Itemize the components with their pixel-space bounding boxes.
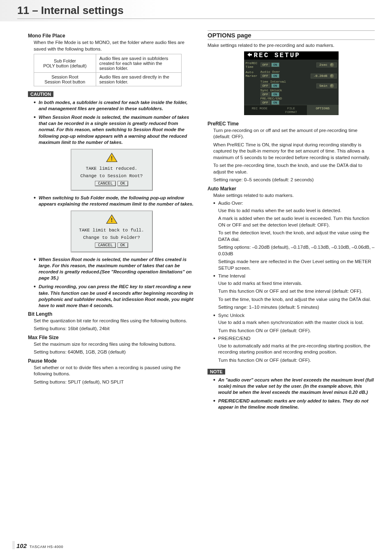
list-item: Audio Over: Use this to add marks when t…: [213, 200, 375, 271]
warning-icon: !: [74, 153, 150, 164]
table-row: Session Root Session Root button Audio f…: [34, 73, 182, 86]
note-item: PRE/REC/END automatic marks are only add…: [213, 398, 375, 410]
time-interval-label: Time Interval: [261, 80, 337, 83]
max-file-size-heading: Max File Size: [28, 335, 195, 340]
on-button[interactable]: ON: [271, 83, 279, 88]
tab-file-format[interactable]: FILE FORMAT: [275, 105, 307, 115]
table-row: Sub Folder POLY button (default) Audio f…: [34, 54, 182, 73]
item-label: Audio Over:: [218, 201, 243, 206]
list-item: Time Interval Use to add marks at fixed …: [213, 273, 375, 311]
list-item: PRE/REC/END Use to automatically add mar…: [213, 335, 375, 363]
popup-line1: TAKE limit back to full.: [74, 228, 150, 233]
brand-label: TASCAM HS-4000: [30, 545, 63, 549]
pause-mode-heading: Pause Mode: [28, 358, 195, 364]
pause-mode-p1: Set whether or not to divide files when …: [34, 365, 195, 377]
audio-over-value[interactable]: -0.20dB: [311, 74, 337, 79]
svg-text:!: !: [110, 217, 113, 224]
off-button[interactable]: OFF: [261, 92, 270, 97]
prerec-time-label: PreREC Time: [246, 61, 261, 69]
tab-rec-mode[interactable]: REC MODE: [244, 105, 276, 115]
cell-sessionroot-b: Session Root button: [37, 79, 92, 84]
on-button[interactable]: ON: [271, 100, 279, 105]
prerec-p3: To set the pre–recording time, touch the…: [213, 162, 375, 175]
bit-length-heading: Bit Length: [28, 311, 195, 317]
page-header: 11 – Internal settings: [0, 0, 392, 21]
audio-over-label: Audio Over: [261, 70, 337, 74]
chapter-title: 11 – Internal settings: [17, 4, 375, 19]
page-footer: 102 TASCAM HS-4000: [16, 542, 63, 549]
knob-icon[interactable]: [330, 63, 334, 67]
cancel-button[interactable]: CANCEL: [95, 181, 115, 186]
rec-setup-screen: REC SETUP PreREC Time OFF ON 2sec Auto M…: [244, 51, 339, 115]
on-button[interactable]: ON: [271, 62, 279, 67]
on-button[interactable]: ON: [271, 74, 279, 78]
pause-mode-p2: Setting buttons: SPLIT (default), NO SPL…: [34, 379, 195, 386]
caution-mid-text: When switching to Sub Folder mode, the f…: [34, 195, 195, 207]
on-button[interactable]: ON: [271, 92, 279, 97]
auto-marker-label: Auto Marker: [246, 70, 261, 78]
footer-accent: [12, 541, 15, 549]
off-button[interactable]: OFF: [261, 62, 270, 67]
popup-take-limit-full: ! TAKE limit back to full. Change to Sub…: [71, 210, 153, 252]
item-label: Time Interval: [218, 273, 245, 278]
back-arrow-icon[interactable]: [247, 52, 252, 59]
caution-item: In both modes, a subfolder is created fo…: [34, 99, 195, 112]
cell-sessionroot-a: Session Root: [37, 74, 92, 79]
svg-text:!: !: [110, 155, 113, 162]
item-label: Sync Unlock: [218, 313, 244, 318]
sync-unlock-label: Sync Unlock: [261, 88, 337, 92]
caution-item: When Session Root mode is selected, the …: [34, 257, 195, 281]
mono-intro: When the File Mode is set to MONO, set t…: [34, 39, 195, 52]
tab-options[interactable]: OPTIONS: [307, 105, 339, 115]
cell-subfolder-a: Sub Folder: [37, 58, 92, 63]
popup-line1: TAKE limit reduced.: [74, 166, 150, 171]
time-interval-value[interactable]: 5min: [316, 83, 337, 88]
pre-rec-end-label: PRE/REC/END: [261, 97, 337, 100]
ok-button[interactable]: OK: [118, 181, 128, 186]
prerec-value[interactable]: 2sec: [316, 62, 337, 67]
note-badge: NOTE: [208, 369, 225, 375]
caution-badge: CAUTION: [28, 91, 53, 97]
cancel-button[interactable]: CANCEL: [95, 243, 115, 248]
max-file-size-p1: Set the maximum size for recording files…: [34, 341, 195, 348]
prerec-p4: Setting range: 0–5 seconds (default: 2 s…: [213, 177, 375, 183]
caution-item: When Session Root mode is selected, the …: [34, 114, 195, 146]
caution-item: During recording, you can press the REC …: [34, 284, 195, 308]
off-button[interactable]: OFF: [261, 74, 270, 78]
options-page-heading: OPTIONS page: [208, 30, 375, 40]
right-column: OPTIONS page Make settings related to th…: [208, 30, 375, 413]
cell-subfolder-desc: Audio files are saved in subfolders crea…: [96, 54, 181, 73]
note-item: An "audio over" occurs when the level ex…: [213, 377, 375, 395]
options-intro: Make settings related to the pre-recordi…: [208, 42, 375, 49]
mono-file-place-heading: Mono File Place: [28, 33, 195, 39]
left-column: Mono File Place When the File Mode is se…: [28, 30, 195, 413]
cell-subfolder-b: POLY button (default): [37, 63, 92, 68]
prerec-p2: When PreREC Time is ON, the signal input…: [213, 142, 375, 161]
popup-line2: Change to Session Root?: [74, 173, 150, 178]
lcd-title: REC SETUP: [254, 52, 300, 59]
knob-icon[interactable]: [330, 84, 334, 88]
cell-sessionroot-desc: Audio files are saved directly in the se…: [96, 73, 181, 86]
prerec-p1: Turn pre-recording on or off and set the…: [213, 127, 375, 140]
off-button[interactable]: OFF: [261, 83, 270, 88]
auto-marker-intro: Make settings related to auto markers.: [213, 192, 375, 199]
knob-icon[interactable]: [330, 74, 334, 78]
auto-marker-heading: Auto Marker: [208, 186, 375, 192]
prerec-time-heading: PreREC Time: [208, 121, 375, 127]
item-label: PRE/REC/END: [218, 336, 251, 341]
page-number: 102: [16, 542, 27, 549]
max-file-size-p2: Setting buttons: 640MB, 1GB, 2GB (defaul…: [34, 349, 195, 356]
list-item: Sync Unlock Use to add a mark when synch…: [213, 312, 375, 334]
mono-file-table: Sub Folder POLY button (default) Audio f…: [34, 54, 182, 86]
popup-take-limit-reduced: ! TAKE limit reduced. Change to Session …: [71, 149, 153, 191]
popup-line2: Change to Sub Folder?: [74, 235, 150, 240]
off-button[interactable]: OFF: [261, 100, 270, 105]
bit-length-p2: Setting buttons: 16bit (default), 24bit: [34, 326, 195, 332]
warning-icon: !: [74, 214, 150, 225]
ok-button[interactable]: OK: [118, 243, 128, 248]
bit-length-p1: Set the quantization bit rate for record…: [34, 318, 195, 324]
